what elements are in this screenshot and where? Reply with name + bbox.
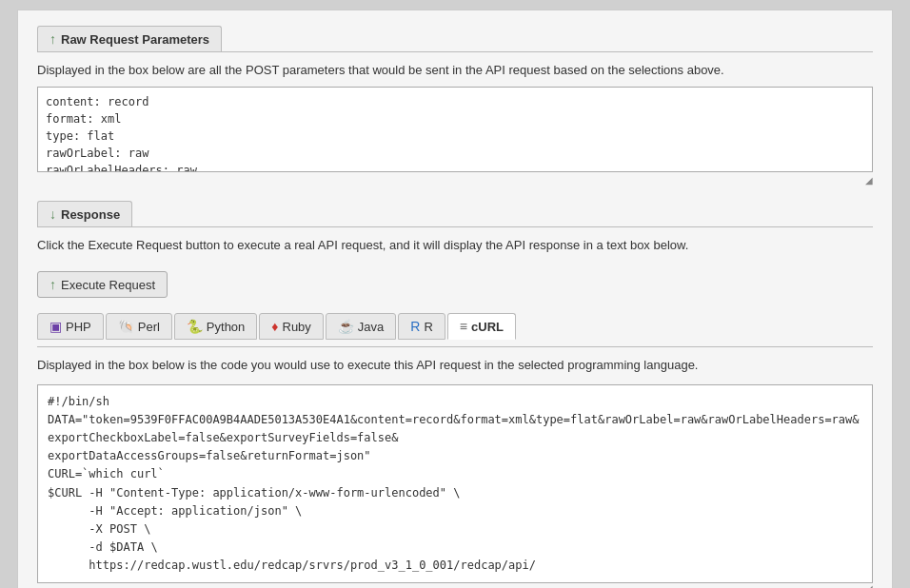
- tab-r[interactable]: R R: [398, 313, 445, 340]
- tab-r-label: R: [424, 320, 432, 334]
- tab-php[interactable]: ▣ PHP: [37, 313, 104, 340]
- execute-request-button[interactable]: ↑ Execute Request: [37, 271, 168, 298]
- response-tab: ↓ Response: [37, 201, 132, 226]
- lang-description: Displayed in the box below is the code y…: [37, 357, 873, 374]
- response-divider: [37, 226, 873, 227]
- execute-btn-icon: ↑: [49, 277, 56, 292]
- raw-params-textarea[interactable]: content: record format: xml type: flat r…: [37, 87, 873, 172]
- lang-tabs-section: ▣ PHP 🐚 Perl 🐍 Python ♦ Ruby ☕ Java: [37, 313, 873, 588]
- tab-ruby[interactable]: ♦ Ruby: [259, 313, 324, 340]
- tab-perl-label: Perl: [138, 320, 160, 334]
- tab-curl-label: cURL: [471, 320, 504, 334]
- java-icon: ☕: [338, 319, 354, 334]
- code-resize-handle: ◢: [37, 583, 873, 588]
- tab-php-label: PHP: [66, 320, 91, 334]
- main-container: ↑ Raw Request Parameters Displayed in th…: [17, 10, 893, 588]
- response-tab-icon: ↓: [49, 206, 56, 222]
- raw-params-tab-icon: ↑: [49, 31, 56, 47]
- tab-curl[interactable]: ≡ cURL: [447, 313, 516, 340]
- response-description: Click the Execute Request button to exec…: [37, 237, 873, 254]
- ruby-icon: ♦: [271, 319, 278, 334]
- raw-params-section: ↑ Raw Request Parameters Displayed in th…: [37, 26, 873, 186]
- params-resize-handle: ◢: [37, 175, 873, 186]
- tab-java[interactable]: ☕ Java: [326, 313, 396, 340]
- php-icon: ▣: [49, 319, 62, 334]
- response-section: ↓ Response Click the Execute Request but…: [37, 201, 873, 298]
- tab-python[interactable]: 🐍 Python: [174, 313, 257, 340]
- raw-params-divider: [37, 51, 873, 52]
- perl-icon: 🐚: [118, 319, 134, 334]
- curl-icon: ≡: [460, 319, 467, 334]
- tab-java-label: Java: [358, 320, 384, 334]
- r-icon: R: [410, 319, 420, 334]
- raw-params-description: Displayed in the box below are all the P…: [37, 62, 873, 79]
- response-tab-label: Response: [61, 207, 120, 222]
- lang-tabs-divider: [37, 346, 873, 347]
- tab-python-label: Python: [207, 320, 245, 334]
- tab-ruby-label: Ruby: [283, 320, 311, 334]
- raw-params-tab-label: Raw Request Parameters: [61, 32, 209, 47]
- raw-params-tab: ↑ Raw Request Parameters: [37, 26, 222, 51]
- code-content: #!/bin/sh DATA="token=9539F0FFAC00A9B4AA…: [48, 393, 862, 576]
- lang-tabs-container: ▣ PHP 🐚 Perl 🐍 Python ♦ Ruby ☕ Java: [37, 313, 873, 340]
- python-icon: 🐍: [187, 319, 203, 334]
- code-output-box: #!/bin/sh DATA="token=9539F0FFAC00A9B4AA…: [37, 384, 873, 584]
- tab-perl[interactable]: 🐚 Perl: [106, 313, 172, 340]
- execute-btn-label: Execute Request: [61, 278, 155, 292]
